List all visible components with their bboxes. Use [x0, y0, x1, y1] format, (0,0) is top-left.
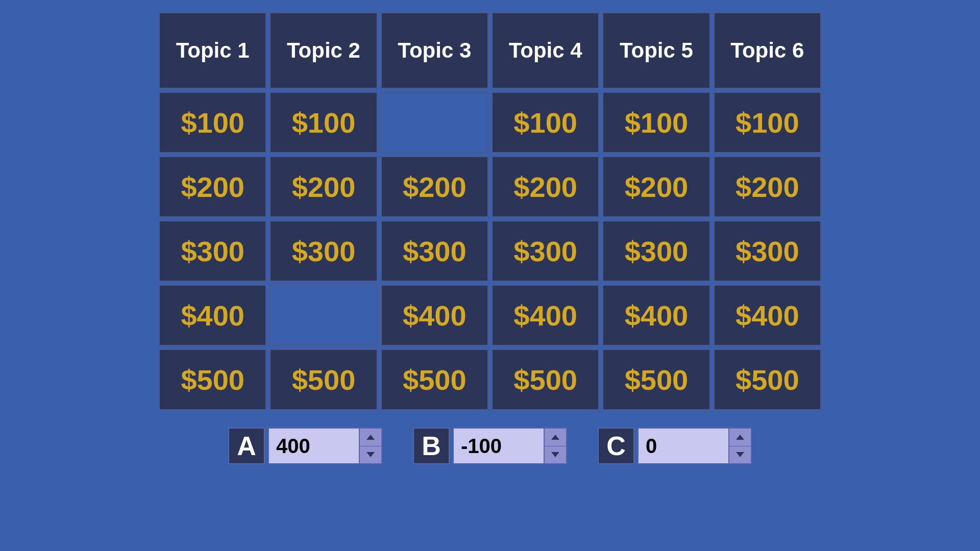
- cell-row1-col2[interactable]: $100: [270, 92, 377, 153]
- cell-row2-col6[interactable]: $200: [714, 156, 821, 217]
- score-down-b[interactable]: [545, 446, 566, 464]
- cell-row5-col4[interactable]: $500: [492, 349, 599, 410]
- cell-row2-col1[interactable]: $200: [159, 156, 266, 217]
- score-spinner-b: [545, 428, 567, 464]
- cell-row5-col1[interactable]: $500: [159, 349, 266, 410]
- topic-header-6: Topic 6: [714, 12, 821, 89]
- board-container: Topic 1Topic 2Topic 3Topic 4Topic 5Topic…: [156, 9, 824, 413]
- topic-header-2: Topic 2: [270, 12, 377, 89]
- cell-row4-col4[interactable]: $400: [492, 285, 599, 346]
- cell-row2-col5[interactable]: $200: [602, 156, 710, 217]
- cell-row2-col3[interactable]: $200: [381, 156, 488, 217]
- scoreboard: ABC: [228, 428, 752, 464]
- cell-row3-col5[interactable]: $300: [602, 220, 710, 282]
- score-down-c[interactable]: [729, 446, 751, 464]
- cell-row1-col3[interactable]: [381, 92, 488, 153]
- score-entry-b: B: [413, 428, 567, 464]
- score-label-a: A: [228, 428, 265, 464]
- cell-row3-col6[interactable]: $300: [714, 220, 821, 282]
- cell-row1-col6[interactable]: $100: [714, 92, 821, 153]
- topic-header-1: Topic 1: [159, 12, 266, 89]
- cell-row2-col4[interactable]: $200: [492, 156, 599, 217]
- score-entry-a: A: [228, 428, 382, 464]
- cell-row4-col3[interactable]: $400: [381, 285, 488, 346]
- cell-row3-col1[interactable]: $300: [159, 220, 266, 282]
- cell-row4-col5[interactable]: $400: [602, 285, 710, 346]
- cell-row5-col2[interactable]: $500: [270, 349, 377, 410]
- score-down-a[interactable]: [360, 446, 381, 464]
- score-input-c[interactable]: [638, 428, 729, 464]
- cell-row1-col5[interactable]: $100: [602, 92, 710, 153]
- cell-row2-col2[interactable]: $200: [270, 156, 377, 217]
- score-input-b[interactable]: [453, 428, 545, 464]
- chevron-up-icon: [736, 435, 744, 440]
- topic-header-4: Topic 4: [492, 12, 599, 89]
- cell-row4-col6[interactable]: $400: [714, 285, 821, 346]
- score-input-wrapper-c: [638, 428, 752, 464]
- cell-row5-col6[interactable]: $500: [714, 349, 821, 410]
- score-up-c[interactable]: [729, 429, 751, 446]
- score-up-b[interactable]: [545, 429, 566, 446]
- score-entry-c: C: [598, 428, 752, 464]
- score-spinner-c: [729, 428, 752, 464]
- chevron-down-icon: [551, 452, 559, 457]
- score-input-a[interactable]: [268, 428, 360, 464]
- chevron-up-icon: [551, 435, 559, 440]
- chevron-down-icon: [366, 452, 375, 457]
- score-input-wrapper-b: [453, 428, 567, 464]
- score-spinner-a: [360, 428, 382, 464]
- cell-row3-col4[interactable]: $300: [492, 220, 599, 282]
- cell-row4-col2[interactable]: [270, 285, 377, 346]
- cell-row3-col3[interactable]: $300: [381, 220, 488, 282]
- cell-row5-col3[interactable]: $500: [381, 349, 488, 410]
- cell-row4-col1[interactable]: $400: [159, 285, 266, 346]
- score-label-c: C: [598, 428, 634, 464]
- score-up-a[interactable]: [360, 429, 381, 446]
- jeopardy-board: Topic 1Topic 2Topic 3Topic 4Topic 5Topic…: [156, 9, 824, 413]
- topic-header-3: Topic 3: [381, 12, 488, 89]
- topic-header-5: Topic 5: [602, 12, 710, 89]
- score-input-wrapper-a: [268, 428, 382, 464]
- chevron-up-icon: [366, 435, 375, 440]
- cell-row5-col5[interactable]: $500: [602, 349, 710, 410]
- score-label-b: B: [413, 428, 450, 464]
- chevron-down-icon: [736, 452, 744, 457]
- cell-row1-col4[interactable]: $100: [492, 92, 599, 153]
- cell-row1-col1[interactable]: $100: [159, 92, 266, 153]
- cell-row3-col2[interactable]: $300: [270, 220, 377, 282]
